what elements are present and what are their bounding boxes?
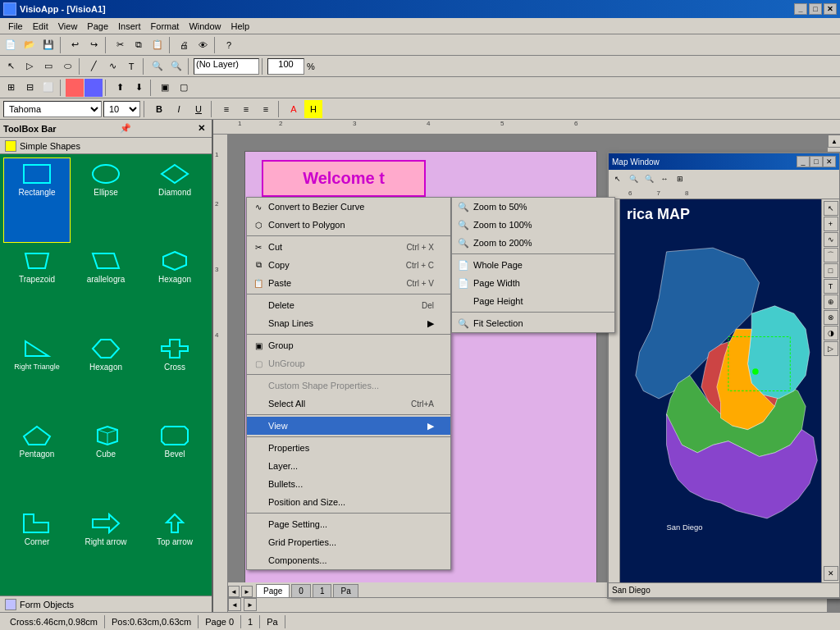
scroll-up-button[interactable]: ▲ bbox=[828, 135, 840, 148]
map-restore-button[interactable]: □ bbox=[810, 156, 823, 167]
ctx-copy[interactable]: ⧉ Copy Ctrl + C bbox=[247, 256, 450, 274]
welcome-box[interactable]: Welcome t bbox=[262, 160, 426, 197]
shape-fill-button[interactable] bbox=[66, 79, 84, 97]
restore-button[interactable]: □ bbox=[809, 3, 822, 15]
map-rtool-7[interactable]: ⊕ bbox=[824, 294, 838, 309]
font-size-select[interactable]: 10 bbox=[103, 101, 140, 117]
select-button[interactable]: ↖ bbox=[2, 57, 20, 75]
toolbox-pin-button[interactable]: 📌 bbox=[120, 123, 131, 134]
ctx-select-all[interactable]: Select All Ctrl+A bbox=[247, 395, 450, 413]
draw-ellipse-button[interactable]: ⬭ bbox=[58, 57, 76, 75]
menu-view[interactable]: View bbox=[53, 20, 83, 33]
shape-corner[interactable]: Corner bbox=[3, 507, 71, 592]
map-tool-5[interactable]: ⊞ bbox=[673, 171, 687, 186]
text-button[interactable]: T bbox=[122, 57, 140, 75]
print-preview-button[interactable]: 👁 bbox=[194, 36, 212, 54]
font-name-select[interactable]: Tahoma bbox=[3, 101, 102, 117]
layer-select[interactable]: (No Layer) bbox=[194, 58, 259, 75]
shape-ellipse[interactable]: Ellipse bbox=[72, 158, 139, 243]
save-button[interactable]: 💾 bbox=[39, 36, 57, 54]
ctx-grid-properties[interactable]: Grid Properties... bbox=[247, 533, 450, 551]
page-tab-0[interactable]: 0 bbox=[291, 584, 311, 597]
scroll-tab-left[interactable]: ◄ bbox=[228, 586, 240, 597]
map-rtool-5[interactable]: □ bbox=[824, 263, 838, 278]
shape-cube[interactable]: Cube bbox=[72, 419, 139, 504]
map-rtool-3[interactable]: ∿ bbox=[824, 232, 838, 247]
map-tool-4[interactable]: ↔ bbox=[657, 171, 672, 186]
send-back-button[interactable]: ⬇ bbox=[130, 79, 148, 97]
ctx-convert-polygon[interactable]: ⬡ Convert to Polygon bbox=[247, 216, 450, 234]
submenu-zoom-100[interactable]: 🔍 Zoom to 100% bbox=[452, 216, 614, 234]
menu-window[interactable]: Window bbox=[184, 20, 226, 33]
shape-rectangle[interactable]: Rectangle bbox=[3, 158, 71, 243]
submenu-page-height[interactable]: Page Height bbox=[452, 292, 614, 310]
map-rtool-9[interactable]: ◑ bbox=[824, 326, 838, 340]
paste-toolbar-button[interactable]: 📋 bbox=[148, 36, 167, 54]
bold-button[interactable]: B bbox=[150, 100, 168, 118]
ctx-position-size[interactable]: Position and Size... bbox=[247, 493, 450, 511]
toolbox-close-btn[interactable]: ✕ bbox=[194, 123, 208, 134]
shape-diamond[interactable]: Diamond bbox=[141, 158, 208, 243]
ctx-cut[interactable]: ✂ Cut Ctrl + X bbox=[247, 238, 450, 256]
menu-help[interactable]: Help bbox=[226, 20, 255, 33]
shape-bevel[interactable]: Bevel bbox=[141, 419, 208, 504]
bring-front-button[interactable]: ⬆ bbox=[111, 79, 129, 97]
map-tool-3[interactable]: 🔍 bbox=[641, 171, 656, 186]
map-canvas[interactable]: rica MAP San Diego bbox=[620, 199, 821, 582]
line-color-button[interactable] bbox=[84, 79, 103, 97]
ctx-group[interactable]: ▣ Group bbox=[247, 336, 450, 354]
line-button[interactable]: ╱ bbox=[84, 57, 103, 75]
map-tool-1[interactable]: ↖ bbox=[610, 171, 625, 186]
group-toolbar-button[interactable]: ▣ bbox=[156, 79, 174, 97]
cut-toolbar-button[interactable]: ✂ bbox=[111, 36, 129, 54]
map-tool-2[interactable]: 🔍 bbox=[626, 171, 641, 186]
scroll-right-button[interactable]: ► bbox=[244, 598, 257, 611]
ctx-view[interactable]: View ▶ bbox=[247, 417, 450, 435]
shape-parallelogram[interactable]: arallelogra bbox=[72, 244, 139, 330]
ctx-convert-bezier[interactable]: ∿ Convert to Bezier Curve bbox=[247, 198, 450, 216]
menu-page[interactable]: Page bbox=[82, 20, 113, 33]
shape-cross[interactable]: Cross bbox=[141, 332, 208, 418]
minimize-button[interactable]: _ bbox=[794, 3, 807, 15]
menu-format[interactable]: Format bbox=[146, 20, 185, 33]
bezier-button[interactable]: ∿ bbox=[103, 57, 121, 75]
page-tab-pa[interactable]: Pa bbox=[333, 584, 358, 597]
submenu-zoom-200[interactable]: 🔍 Zoom to 200% bbox=[452, 234, 614, 252]
ungroup-toolbar-button[interactable]: ▢ bbox=[175, 79, 193, 97]
map-minimize-button[interactable]: _ bbox=[797, 156, 810, 167]
map-rtool-4[interactable]: ⌒ bbox=[824, 248, 838, 262]
map-rtool-6[interactable]: T bbox=[824, 279, 838, 294]
print-button[interactable]: 🖨 bbox=[175, 36, 193, 54]
copy-toolbar-button[interactable]: ⧉ bbox=[130, 36, 148, 54]
form-objects-section[interactable]: Form Objects bbox=[0, 596, 212, 612]
horizontal-scrollbar[interactable]: ◄ ► bbox=[228, 597, 827, 612]
shape-right-triangle[interactable]: Right Triangle bbox=[3, 332, 71, 418]
menu-file[interactable]: File bbox=[3, 20, 28, 33]
map-rtool-close[interactable]: ✕ bbox=[824, 566, 838, 581]
shape-top-arrow[interactable]: Top arrow bbox=[141, 507, 208, 592]
pointer-button[interactable]: ▷ bbox=[21, 57, 39, 75]
close-button[interactable]: ✕ bbox=[824, 3, 837, 15]
menu-edit[interactable]: Edit bbox=[28, 20, 53, 33]
scroll-tab-right[interactable]: ► bbox=[241, 586, 253, 597]
page-tab-page[interactable]: Page bbox=[256, 584, 290, 597]
map-rtool-10[interactable]: ▷ bbox=[824, 341, 838, 356]
ctx-paste[interactable]: 📋 Paste Ctrl + V bbox=[247, 274, 450, 292]
shape-hexagon1[interactable]: Hexagon bbox=[141, 244, 208, 330]
ctx-components[interactable]: Components... bbox=[247, 551, 450, 569]
underline-button[interactable]: U bbox=[189, 100, 208, 118]
ctx-layer[interactable]: Layer... bbox=[247, 457, 450, 475]
draw-rect-button[interactable]: ▭ bbox=[39, 57, 57, 75]
submenu-zoom-50[interactable]: 🔍 Zoom to 50% bbox=[452, 198, 614, 216]
map-close-button[interactable]: ✕ bbox=[823, 156, 836, 167]
ctx-page-setting[interactable]: Page Setting... bbox=[247, 515, 450, 533]
font-color-button[interactable]: A bbox=[285, 100, 303, 118]
scroll-left-button[interactable]: ◄ bbox=[228, 598, 241, 611]
ctx-delete[interactable]: Delete Del bbox=[247, 296, 450, 314]
highlight-button[interactable]: H bbox=[304, 100, 322, 118]
zoom-select[interactable]: 100 bbox=[267, 58, 304, 75]
redo-button[interactable]: ↪ bbox=[84, 36, 103, 54]
grid-button[interactable]: ⊟ bbox=[21, 79, 39, 97]
ctx-bullets[interactable]: Bullets... bbox=[247, 475, 450, 493]
submenu-page-width[interactable]: 📄 Page Width bbox=[452, 274, 614, 292]
